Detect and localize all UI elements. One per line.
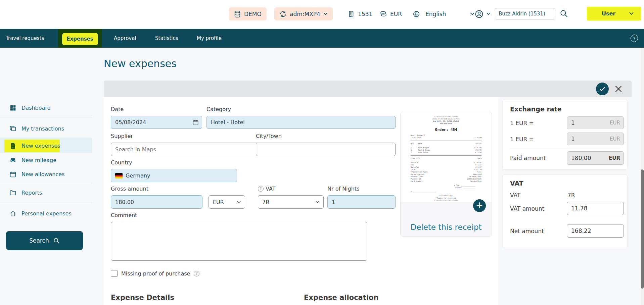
chevron-down-icon: [629, 12, 634, 15]
globe-icon: [413, 10, 420, 18]
vat-code-value: 7R: [567, 192, 575, 199]
chevron-down-icon: [487, 12, 490, 15]
sidebar-item-new-mileage[interactable]: New mileage: [0, 153, 92, 167]
sidebar-item-dashboard[interactable]: Dashboard: [0, 101, 92, 115]
sidebar-item-label: New mileage: [21, 157, 56, 163]
vat-card-title: VAT: [510, 180, 523, 187]
sidebar-item-my-transactions[interactable]: My transactions: [0, 121, 92, 136]
receipt-item: 1Fish & Chips€ 8.99: [411, 149, 481, 151]
chevron-down-icon: [316, 201, 319, 204]
folder-icon: [9, 189, 16, 196]
scrollbar-track[interactable]: [641, 48, 644, 305]
sync-icon: [279, 10, 287, 18]
calendar-icon[interactable]: [192, 119, 199, 125]
sidebar-item-reports[interactable]: Reports: [0, 186, 92, 200]
sidebar-item-new-allowances[interactable]: New allowances: [0, 167, 92, 181]
divider: [0, 203, 92, 203]
home-icon: [9, 210, 16, 217]
nav-travel-requests[interactable]: Travel requests: [6, 29, 44, 48]
missing-proof-checkbox[interactable]: [111, 270, 118, 277]
question-icon: ?: [258, 186, 264, 192]
transactions-icon: [9, 125, 16, 132]
vat-select-value: 7R: [262, 199, 269, 205]
receipt-line: Tax€ 1.17: [411, 164, 481, 166]
environment-selector[interactable]: adm:MXP4: [274, 7, 333, 20]
sidebar-item-label: New allowances: [21, 171, 64, 177]
nav-statistics[interactable]: Statistics: [155, 29, 178, 48]
help-icon[interactable]: ?: [631, 35, 638, 42]
sidebar-item-label: Reports: [21, 190, 42, 196]
category-input[interactable]: [206, 116, 396, 129]
rate1-input: 1 EUR: [567, 116, 624, 129]
sidebar-search-button[interactable]: Search: [6, 231, 83, 250]
nav-expenses[interactable]: Expenses: [58, 29, 102, 48]
gross-amount-wrap: [111, 195, 202, 209]
receipt-line: Card Reader:Swiped/Chip: [411, 180, 481, 183]
missing-proof-row: Missing proof of purchase ?: [111, 270, 199, 277]
nights-label: Nr of Nights: [327, 186, 359, 192]
gross-amount-label: Gross amount: [111, 186, 148, 192]
receipt-line: SalesTax€ 1.17: [411, 166, 481, 168]
environment-label: adm:MXP4: [290, 11, 320, 17]
language-label: English: [425, 11, 446, 17]
building-icon: [348, 10, 355, 18]
date-input[interactable]: [111, 116, 202, 129]
net-amount-input[interactable]: [567, 224, 624, 238]
gross-amount-input[interactable]: [111, 195, 202, 209]
germany-flag-icon: [115, 173, 123, 178]
receipt-line: Fish & Chips Fast Foods: [411, 115, 481, 118]
rate2-input: 1 EUR: [567, 133, 624, 145]
top-header: DEMO adm:MXP4 1531 EUR English User: [0, 0, 644, 29]
receipt-tip-line: + Tip: ______________: [411, 184, 481, 187]
company-indicator: 1531: [348, 7, 372, 20]
chevron-down-icon: [237, 201, 241, 204]
receipt-line: 12-01-202012:34 PM: [411, 137, 481, 139]
city-input[interactable]: [256, 143, 396, 156]
country-input[interactable]: Germany: [111, 169, 237, 182]
expense-details-heading: Expense Details: [111, 294, 174, 302]
vat-select[interactable]: 7R: [258, 195, 324, 209]
nav-approval[interactable]: Approval: [114, 29, 136, 48]
nights-wrap: [327, 195, 396, 209]
receipt-columns: QtyItemPrice: [411, 143, 481, 145]
save-button[interactable]: [596, 83, 609, 95]
role-dropdown-button[interactable]: User: [587, 7, 641, 20]
add-receipt-button[interactable]: +: [473, 199, 486, 212]
currency-select[interactable]: EUR: [209, 195, 245, 209]
sidebar-item-label: Personal expenses: [21, 210, 72, 217]
language-selector[interactable]: English: [413, 7, 474, 20]
receipt-line: Authorization:Approved: [411, 173, 481, 175]
expense-form: Date Category Supplier ✕ City/Town Count…: [104, 97, 498, 305]
country-label: Country: [111, 159, 132, 166]
receipt-image[interactable]: Fish & Chips Fast Foods 2334, Fish and C…: [411, 115, 481, 202]
scrollbar-thumb[interactable]: [641, 169, 644, 289]
nav-my-profile[interactable]: My profile: [197, 29, 222, 48]
vat-code-label: VAT: [510, 192, 520, 199]
paid-amount-label: Paid amount: [510, 155, 546, 161]
user-switcher[interactable]: [474, 7, 490, 20]
rate2-unit: EUR: [610, 136, 620, 142]
exchange-rate-card: Exchange rate 1 EUR = 1 EUR 1 EUR = 1 EU…: [502, 100, 628, 170]
receipt-order-number: Order: 454: [411, 127, 481, 132]
sidebar-item-personal-expenses[interactable]: Personal expenses: [0, 206, 92, 220]
nights-input[interactable]: [327, 195, 396, 209]
main-nav: Travel requests Expenses Approval Statis…: [0, 29, 644, 48]
comment-input[interactable]: [111, 222, 367, 261]
company-id: 1531: [358, 11, 372, 17]
vat-label: ? VAT: [258, 186, 275, 192]
currency-select-value: EUR: [213, 199, 224, 205]
demo-badge[interactable]: DEMO: [229, 7, 267, 20]
user-search-input[interactable]: [495, 8, 555, 19]
sidebar-item-new-expenses[interactable]: New expenses: [0, 139, 92, 153]
close-icon[interactable]: [615, 85, 622, 93]
category-label: Category: [206, 106, 231, 112]
vat-amount-input[interactable]: [567, 202, 624, 215]
question-icon: ?: [194, 271, 199, 276]
divider: [510, 149, 620, 149]
search-icon[interactable]: [559, 9, 568, 18]
document-icon: [9, 142, 16, 149]
exchange-rate-title: Exchange rate: [510, 105, 562, 113]
delete-receipt-link[interactable]: Delete this receipt: [401, 223, 492, 232]
currency-indicator: EUR: [380, 7, 402, 20]
country-value: Germany: [126, 172, 150, 179]
